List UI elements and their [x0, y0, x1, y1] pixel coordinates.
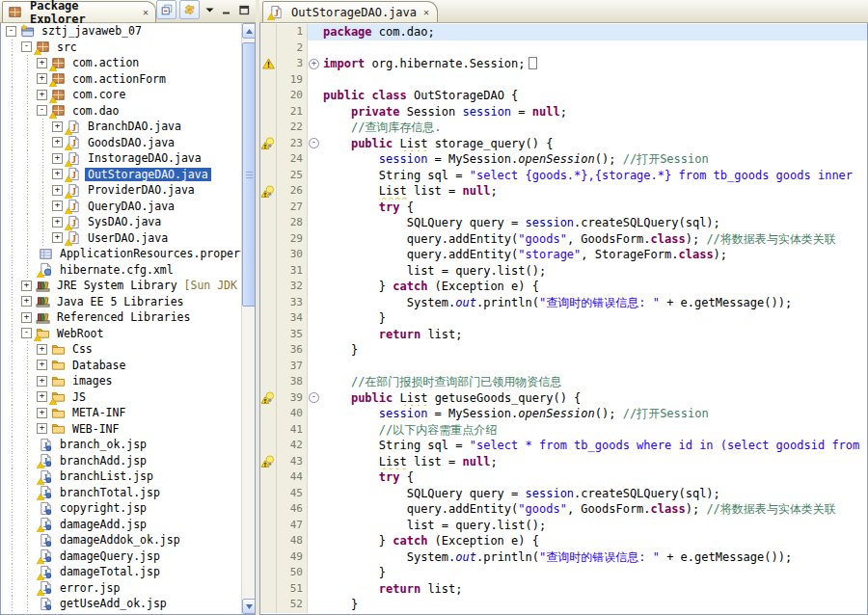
- close-icon[interactable]: ✕: [423, 7, 429, 17]
- code-text[interactable]: System.out.println("查询时的错误信息: " + e.getM…: [320, 295, 867, 311]
- tree-item-java-ee-5-libraries[interactable]: +Java EE 5 Libraries: [1, 294, 242, 310]
- tree-item-hibernate-cfg-xml[interactable]: hibernate.cfg.xml: [1, 262, 242, 279]
- expand-expander-icon[interactable]: +: [52, 185, 63, 196]
- collapse-expander-icon[interactable]: -: [21, 328, 32, 338]
- tree-item-jre-system-library[interactable]: +JRE System Library [Sun JDK 1.6.0_: [1, 278, 242, 294]
- code-text[interactable]: String sql = "select * from tb_goods whe…: [320, 438, 867, 454]
- expand-expander-icon[interactable]: +: [37, 408, 47, 418]
- code-text[interactable]: public List getuseGoods_query() {: [320, 390, 867, 407]
- tree-item-applicationresources-properties[interactable]: ApplicationResources.properties: [1, 246, 242, 262]
- scroll-up-icon[interactable]: [242, 23, 256, 39]
- tree-item-database[interactable]: +Database: [1, 358, 242, 374]
- expand-expander-icon[interactable]: +: [52, 169, 63, 179]
- tree-item-sztj-javaweb-07[interactable]: -sztj_javaweb_07: [1, 23, 242, 40]
- code-text[interactable]: package com.dao;: [320, 24, 867, 40]
- expand-expander-icon[interactable]: +: [37, 376, 47, 387]
- editor-tab-outstoragedao-java[interactable]: J OutStorageDAO.java ✕: [262, 1, 438, 22]
- code-text[interactable]: } catch (Exception e) {: [320, 279, 867, 295]
- code-text[interactable]: session = MySession.openSession(); //打开S…: [320, 151, 867, 168]
- tree-item-copyright-jsp[interactable]: Jcopyright.jsp: [1, 500, 242, 517]
- tab-package-explorer[interactable]: Package Explorer ✕: [2, 1, 156, 22]
- code-text[interactable]: SQLQuery query = session.createSQLQuery(…: [320, 486, 867, 502]
- expand-expander-icon[interactable]: +: [37, 344, 47, 355]
- tree-item-css[interactable]: +Css: [1, 341, 242, 358]
- collapse-expander-icon[interactable]: -: [37, 105, 47, 116]
- expand-expander-icon[interactable]: +: [37, 391, 47, 402]
- warning-marker-icon[interactable]: [260, 56, 277, 72]
- folding-ruler[interactable]: -: [307, 136, 320, 152]
- code-text[interactable]: List list = null;: [320, 183, 867, 200]
- code-text[interactable]: query.addEntity("storage", StorageForm.c…: [320, 247, 867, 263]
- expand-expander-icon[interactable]: +: [37, 360, 47, 370]
- code-text[interactable]: public class OutStorageDAO {: [320, 88, 867, 104]
- tree-item-com-actionform[interactable]: +com.actionForm: [1, 71, 242, 88]
- expand-expander-icon[interactable]: +: [52, 217, 63, 227]
- tree-item-outstoragedao-java[interactable]: +JOutStorageDAO.java: [1, 167, 242, 183]
- code-text[interactable]: SQLQuery query = session.createSQLQuery(…: [320, 215, 867, 231]
- tree-item-branchdao-java[interactable]: +JBranchDAO.java: [1, 119, 242, 135]
- code-text[interactable]: try {: [320, 469, 867, 486]
- tree-item-branch-ok-jsp[interactable]: Jbranch_ok.jsp: [1, 437, 242, 453]
- expand-expander-icon[interactable]: +: [52, 121, 63, 132]
- code-text[interactable]: System.out.println("查询时的错误信息: " + e.getM…: [320, 549, 867, 566]
- link-with-editor-button[interactable]: [179, 0, 200, 19]
- tree-item-goodsdao-java[interactable]: +JGoodsDAO.java: [1, 135, 242, 151]
- minimize-button[interactable]: [220, 1, 234, 18]
- expand-expander-icon[interactable]: +: [52, 153, 63, 164]
- tree-item-damagequery-jsp[interactable]: JdamageQuery.jsp: [1, 548, 242, 565]
- view-menu-button[interactable]: [203, 1, 217, 18]
- expand-expander-icon[interactable]: +: [21, 296, 32, 307]
- tree-item-sysdao-java[interactable]: +JSysDAO.java: [1, 214, 242, 230]
- code-text[interactable]: //在部门报损时查询部门已领用物资信息: [320, 374, 867, 390]
- expand-expander-icon[interactable]: +: [37, 423, 47, 434]
- code-text[interactable]: [320, 40, 867, 57]
- scrollbar-thumb[interactable]: [242, 42, 256, 307]
- tree-item-branchadd-jsp[interactable]: JbranchAdd.jsp: [1, 453, 242, 469]
- fold-collapse-icon[interactable]: -: [309, 392, 319, 403]
- code-text[interactable]: [320, 359, 867, 375]
- scroll-down-icon[interactable]: [242, 599, 256, 614]
- tree-item-images[interactable]: +images: [1, 373, 242, 389]
- tree-item-js[interactable]: +JS: [1, 389, 242, 406]
- code-text[interactable]: return list;: [320, 581, 867, 598]
- code-text[interactable]: String sql = "select {goods.*},{storage.…: [320, 168, 867, 184]
- tree-item-src[interactable]: -src: [1, 40, 242, 56]
- tree-item-instoragedao-java[interactable]: +JInstorageDAO.java: [1, 150, 242, 167]
- tree-item-referenced-libraries[interactable]: +Referenced Libraries: [1, 309, 242, 326]
- code-text[interactable]: list = query.list();: [320, 263, 867, 280]
- code-text[interactable]: query.addEntity("goods", GoodsForm.class…: [320, 501, 867, 518]
- tree-item-damageadd-jsp[interactable]: JdamageAdd.jsp: [1, 517, 242, 533]
- tree-item-web-inf[interactable]: +WEB-INF: [1, 421, 242, 438]
- quickfix-warning-icon[interactable]: [260, 454, 277, 470]
- maximize-button[interactable]: [237, 1, 252, 18]
- code-text[interactable]: //以下内容需重点介绍: [320, 422, 867, 439]
- expand-expander-icon[interactable]: +: [37, 58, 47, 68]
- expand-expander-icon[interactable]: +: [21, 312, 32, 323]
- tree-item-branchlist-jsp[interactable]: JbranchList.jsp: [1, 468, 242, 485]
- expand-expander-icon[interactable]: +: [52, 137, 63, 147]
- folding-ruler[interactable]: -: [307, 390, 320, 407]
- expand-expander-icon[interactable]: +: [52, 201, 63, 211]
- tree-item-error-jsp[interactable]: Jerror.jsp: [1, 580, 242, 597]
- collapse-expander-icon[interactable]: -: [21, 41, 32, 52]
- collapse-all-button[interactable]: [156, 0, 176, 19]
- tree-item-com-action[interactable]: +com.action: [1, 55, 242, 71]
- code-text[interactable]: list = query.list();: [320, 518, 867, 534]
- tree-item-meta-inf[interactable]: +META-INF: [1, 405, 242, 421]
- tree-item-damagetotal-jsp[interactable]: JdamageTotal.jsp: [1, 564, 242, 580]
- code-text[interactable]: session = MySession.openSession(); //打开S…: [320, 406, 867, 422]
- code-text[interactable]: }: [320, 597, 867, 613]
- tree-item-querydao-java[interactable]: +JQueryDAO.java: [1, 199, 242, 215]
- quickfix-warning-icon[interactable]: [260, 183, 277, 200]
- expand-expander-icon[interactable]: +: [21, 281, 32, 291]
- tree-item-com-dao[interactable]: -com.dao: [1, 103, 242, 120]
- quickfix-warning-icon[interactable]: [260, 390, 277, 407]
- code-text[interactable]: List list = null;: [320, 454, 867, 470]
- tree-item-com-core[interactable]: +com.core: [1, 87, 242, 103]
- code-text[interactable]: }: [320, 342, 867, 359]
- code-text[interactable]: [320, 72, 867, 89]
- folding-ruler[interactable]: +: [307, 56, 320, 72]
- tree-item-branchtotal-jsp[interactable]: JbranchTotal.jsp: [1, 485, 242, 501]
- tree-item-userdao-java[interactable]: +JUserDAO.java: [1, 230, 242, 247]
- code-text[interactable]: try {: [320, 200, 867, 216]
